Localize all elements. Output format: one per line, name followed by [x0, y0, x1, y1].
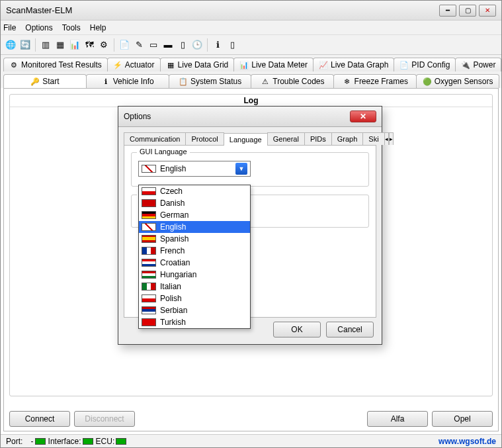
clock-icon[interactable]: 🕒	[191, 39, 203, 51]
grid-b-icon[interactable]: ▦	[54, 39, 66, 51]
pl-flag-icon	[142, 294, 156, 302]
tab-label: Oxygen Sensors	[435, 77, 493, 86]
edit-icon[interactable]: ✎	[133, 39, 145, 51]
interface-led-icon	[83, 438, 93, 445]
tab-live-data-grid[interactable]: ▦Live Data Grid	[160, 58, 235, 71]
map-icon[interactable]: 🗺	[83, 39, 95, 51]
website-link[interactable]: www.wgsoft.de	[439, 437, 496, 446]
grid-a-icon[interactable]: ▥	[40, 39, 52, 51]
console-icon[interactable]: ▬	[162, 39, 174, 51]
menu-options[interactable]: Options	[25, 23, 52, 32]
live-data-graph-icon: 📈	[319, 60, 328, 69]
minimize-button[interactable]: ━	[439, 5, 456, 17]
gear-icon[interactable]: ⚙	[98, 39, 110, 51]
language-combobox[interactable]: English ▼	[138, 161, 251, 177]
tab-label: Start	[42, 77, 59, 86]
lang-option-czech[interactable]: Czech	[139, 185, 250, 197]
hu-flag-icon	[142, 271, 156, 279]
menu-tools[interactable]: Tools	[62, 23, 81, 32]
lang-option-label: Serbian	[160, 306, 187, 315]
dialog-tab-general[interactable]: General	[267, 132, 305, 145]
live-data-meter-icon: 📊	[239, 60, 249, 69]
dialog-tab-graph[interactable]: Graph	[331, 132, 364, 145]
dialog-close-button[interactable]: ✕	[350, 111, 376, 122]
ecu-led-icon	[116, 438, 126, 445]
lang-option-german[interactable]: German	[139, 209, 250, 221]
device-icon[interactable]: ▯	[177, 39, 188, 51]
maximize-button[interactable]: ▢	[459, 5, 476, 17]
earth-icon[interactable]: 🌐	[5, 39, 17, 51]
lang-option-french[interactable]: French	[139, 245, 250, 257]
tab-scroll-right-icon[interactable]: ▸	[389, 132, 394, 145]
cancel-button[interactable]: Cancel	[326, 322, 374, 337]
tab-vehicle-info[interactable]: ℹVehicle Info	[86, 74, 169, 88]
gui-language-label: GUI Language	[137, 148, 190, 156]
connect-button[interactable]: Connect	[9, 411, 70, 427]
tab-freeze-frames[interactable]: ❄Freeze Frames	[333, 74, 417, 88]
freeze-frames-icon: ❄	[343, 77, 352, 86]
dialog-tab-language[interactable]: Language	[224, 133, 268, 146]
chart-icon[interactable]: 📊	[69, 39, 81, 51]
terminal-icon[interactable]: ▭	[147, 39, 159, 51]
toolbar-separator	[114, 38, 114, 52]
combo-value: English	[160, 164, 186, 173]
lang-option-danish[interactable]: Danish	[139, 197, 250, 209]
titlebar: ScanMaster-ELM ━ ▢ ✕	[1, 1, 501, 21]
tab-oxygen-sensors[interactable]: 🟢Oxygen Sensors	[416, 74, 499, 88]
lang-option-italian[interactable]: Italian	[139, 281, 250, 292]
lang-option-label: Danish	[160, 199, 185, 208]
refresh-icon[interactable]: 🔄	[19, 39, 31, 51]
stack-icon[interactable]: ▯	[226, 39, 238, 51]
dialog-tab-pids[interactable]: PIDs	[304, 132, 332, 145]
dialog-tab-protocol[interactable]: Protocol	[185, 132, 224, 145]
tab-label: Actuator	[125, 60, 155, 69]
menu-help[interactable]: Help	[90, 23, 106, 32]
menu-file[interactable]: File	[3, 23, 16, 32]
oxygen-sensors-icon: 🟢	[423, 77, 432, 86]
tab-power[interactable]: 🔌Power	[455, 58, 501, 71]
tab-trouble-codes[interactable]: ⚠Trouble Codes	[251, 74, 334, 88]
lang-option-hungarian[interactable]: Hungarian	[139, 269, 250, 281]
tab-label: Trouble Codes	[272, 77, 324, 86]
lang-option-label: English	[160, 222, 186, 232]
tab-scroll-left-icon[interactable]: ◂	[384, 132, 389, 145]
tab-monitored-test-results[interactable]: ⚙Monitored Test Results	[3, 58, 108, 71]
chevron-down-icon[interactable]: ▼	[235, 163, 247, 175]
fr-flag-icon	[142, 247, 156, 255]
tab-system-status[interactable]: 📋System Status	[169, 74, 252, 88]
lang-option-label: Czech	[160, 187, 183, 196]
info-icon[interactable]: ℹ	[212, 39, 224, 51]
lang-option-label: Italian	[160, 282, 181, 291]
lang-option-spanish[interactable]: Spanish	[139, 233, 250, 245]
tabs-row-2: 🔑StartℹVehicle Info📋System Status⚠Troubl…	[1, 71, 501, 88]
lang-option-turkish[interactable]: Turkish	[139, 316, 250, 328]
lang-option-polish[interactable]: Polish	[139, 292, 250, 304]
lang-option-croatian[interactable]: Croatian	[139, 257, 250, 269]
tab-start[interactable]: 🔑Start	[3, 74, 87, 88]
disconnect-button: Disconnect	[74, 411, 135, 427]
lang-option-english[interactable]: English	[139, 221, 250, 233]
tab-live-data-meter[interactable]: 📊Live Data Meter	[233, 58, 314, 71]
dialog-tab-communication[interactable]: Communication	[124, 132, 186, 145]
dialog-tab-ski[interactable]: Ski	[362, 132, 384, 145]
tab-label: System Status	[190, 77, 241, 86]
alfa-button[interactable]: Alfa	[367, 411, 428, 427]
toolbar-separator	[207, 38, 208, 52]
vehicle-info-icon: ℹ	[101, 77, 110, 86]
live-data-grid-icon: ▦	[166, 60, 175, 69]
language-dropdown: CzechDanishGermanEnglishSpanishFrenchCro…	[138, 185, 251, 329]
actuator-icon: ⚡	[113, 60, 122, 69]
port-led-icon	[35, 438, 46, 445]
status-interface-label: Interface:	[48, 437, 81, 446]
lang-option-serbian[interactable]: Serbian	[139, 304, 250, 316]
tab-actuator[interactable]: ⚡Actuator	[107, 58, 161, 71]
copy-icon[interactable]: 📄	[118, 39, 130, 51]
ok-button[interactable]: OK	[273, 322, 321, 337]
rs-flag-icon	[142, 306, 156, 314]
opel-button[interactable]: Opel	[432, 411, 493, 427]
tab-pid-config[interactable]: 📄PID Config	[394, 58, 456, 71]
close-button[interactable]: ✕	[479, 5, 496, 17]
lang-option-label: Croatian	[160, 258, 190, 267]
tab-live-data-graph[interactable]: 📈Live Data Graph	[313, 58, 394, 71]
monitored-test-results-icon: ⚙	[9, 60, 19, 69]
